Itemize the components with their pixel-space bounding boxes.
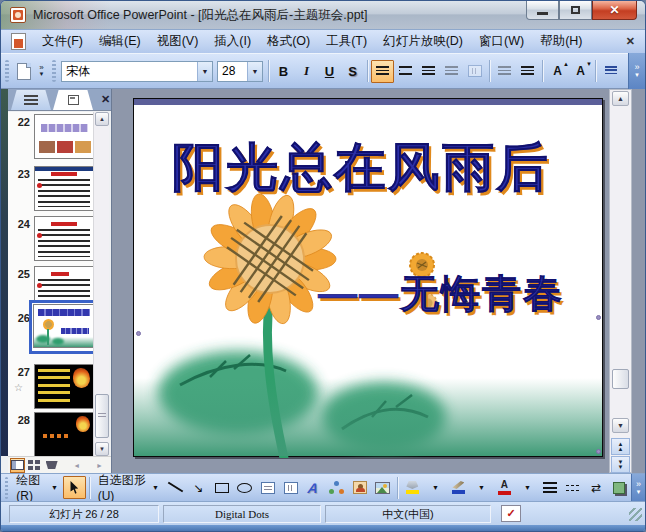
dash-style-button[interactable]	[562, 476, 585, 499]
panel-scrollbar[interactable]: ▲ ▼	[93, 112, 109, 456]
spellcheck-status-icon[interactable]: ✓	[501, 505, 521, 522]
restore-button[interactable]	[559, 1, 592, 20]
font-color-dropdown[interactable]: ▼	[516, 476, 539, 499]
slideshow-view-button[interactable]	[44, 458, 59, 473]
bold-button[interactable]: B	[272, 60, 295, 83]
text-box-button[interactable]	[256, 476, 279, 499]
slide-title-wordart[interactable]: 阳光总在风雨后	[172, 133, 550, 203]
formatting-toolbar-options-button[interactable]: » ▼	[628, 53, 645, 89]
slide-thumbnail-row-selected[interactable]: 26	[8, 304, 93, 360]
slide-thumbnail-row[interactable]: 28	[8, 412, 93, 456]
numbered-list-button[interactable]	[493, 60, 516, 83]
slide-23-thumbnail[interactable]	[34, 166, 93, 211]
toolbar-grip[interactable]	[52, 60, 56, 82]
insert-wordart-button[interactable]: A	[302, 476, 325, 499]
autoshapes-menu-button[interactable]: 自选图形(U) ▼	[93, 476, 164, 499]
close-panel-icon[interactable]: ✕	[101, 93, 110, 106]
close-button[interactable]: ✕	[592, 1, 637, 20]
menu-format[interactable]: 格式(O)	[259, 30, 318, 53]
decrease-indent-button[interactable]	[599, 60, 622, 83]
menu-edit[interactable]: 编辑(E)	[91, 30, 149, 53]
scroll-up-button[interactable]: ▲	[95, 112, 109, 126]
scroll-down-button[interactable]: ▼	[612, 418, 629, 433]
oval-tool-button[interactable]	[233, 476, 256, 499]
menu-tools[interactable]: 工具(T)	[318, 30, 375, 53]
toolbar-grip[interactable]	[5, 477, 8, 499]
scroll-down-button[interactable]: ▼	[95, 442, 109, 456]
distribute-text-button[interactable]	[440, 60, 463, 83]
arrow-style-button[interactable]: ⇄	[585, 476, 608, 499]
menu-file[interactable]: 文件(F)	[34, 30, 91, 53]
bullet-list-button[interactable]	[516, 60, 539, 83]
selection-handle[interactable]	[596, 315, 601, 320]
select-objects-button[interactable]	[63, 476, 86, 499]
main-vertical-scrollbar[interactable]: ▲ ▼ ▲ ▲ ▼ ▼	[609, 89, 632, 473]
font-name-combobox[interactable]: 宋体 ▼	[61, 61, 213, 82]
close-document-icon[interactable]: ✕	[626, 35, 635, 48]
line-color-button[interactable]	[447, 476, 470, 499]
minimize-button[interactable]	[526, 1, 559, 20]
slide-28-thumbnail[interactable]	[34, 412, 93, 456]
scroll-up-button[interactable]: ▲	[612, 91, 629, 106]
vertical-text-box-button[interactable]	[279, 476, 302, 499]
insert-picture-button[interactable]	[371, 476, 394, 499]
align-right-button[interactable]	[417, 60, 440, 83]
slide-thumbnail-row[interactable]: 23	[8, 166, 93, 214]
design-template-name[interactable]: Digital Dots	[163, 505, 321, 523]
line-tool-button[interactable]	[164, 476, 187, 499]
vertical-text-button[interactable]	[463, 60, 486, 83]
slide-27-thumbnail[interactable]	[34, 364, 93, 409]
main-scrollbar-thumb[interactable]	[612, 369, 629, 389]
selection-handle[interactable]	[136, 331, 141, 336]
menu-view[interactable]: 视图(V)	[149, 30, 207, 53]
next-slide-button[interactable]: ▼ ▼	[611, 456, 630, 473]
left-arrow-icon[interactable]: ◄	[73, 462, 80, 469]
slide-thumbnail-row[interactable]: 22	[8, 114, 93, 162]
slide-24-thumbnail[interactable]	[34, 216, 93, 261]
insert-clipart-button[interactable]	[348, 476, 371, 499]
underline-button[interactable]: U	[318, 60, 341, 83]
arrow-tool-button[interactable]: ↘	[187, 476, 210, 499]
decrease-font-size-button[interactable]: A▼	[569, 60, 592, 83]
normal-view-button[interactable]	[10, 458, 25, 473]
size-dropdown-icon[interactable]: ▼	[247, 62, 262, 81]
increase-font-size-button[interactable]: A▲	[546, 60, 569, 83]
panel-horizontal-scrollbar[interactable]: ◄ ►	[65, 462, 111, 469]
selection-handle[interactable]	[596, 449, 601, 454]
toolbar-grip[interactable]	[5, 60, 9, 82]
slide-thumbnail-row[interactable]: 24	[8, 216, 93, 264]
slide-sorter-view-button[interactable]	[27, 458, 42, 473]
menu-insert[interactable]: 插入(I)	[206, 30, 259, 53]
slide-thumbnail-row[interactable]: 27 ☆	[8, 364, 93, 412]
slide-26-thumbnail[interactable]	[33, 304, 93, 348]
slide-22-thumbnail[interactable]	[34, 114, 93, 159]
italic-button[interactable]: I	[295, 60, 318, 83]
menu-slideshow[interactable]: 幻灯片放映(D)	[375, 30, 471, 53]
insert-diagram-button[interactable]	[325, 476, 348, 499]
drawing-toolbar-options-button[interactable]: » ▼	[631, 474, 645, 502]
text-shadow-button[interactable]: S	[341, 60, 364, 83]
line-style-button[interactable]	[539, 476, 562, 499]
line-color-dropdown[interactable]: ▼	[470, 476, 493, 499]
shadow-style-button[interactable]	[608, 476, 631, 499]
resize-grip[interactable]	[629, 508, 642, 521]
standard-toolbar-options-button[interactable]: » ▼	[35, 60, 48, 83]
align-center-button[interactable]	[394, 60, 417, 83]
menu-help[interactable]: 帮助(H)	[532, 30, 590, 53]
previous-slide-button[interactable]: ▲ ▲	[611, 438, 630, 455]
rectangle-tool-button[interactable]	[210, 476, 233, 499]
font-size-combobox[interactable]: 28 ▼	[217, 61, 263, 82]
panel-scrollbar-thumb[interactable]	[95, 394, 109, 438]
align-left-button[interactable]	[371, 60, 394, 83]
tab-outline[interactable]	[11, 90, 51, 110]
slide-subtitle-wordart[interactable]: ——无悔青春	[318, 267, 564, 321]
font-color-button[interactable]: A	[493, 476, 516, 499]
font-dropdown-icon[interactable]: ▼	[197, 62, 212, 81]
tab-slides[interactable]	[53, 90, 93, 110]
new-slide-button[interactable]	[12, 60, 35, 83]
menu-window[interactable]: 窗口(W)	[471, 30, 532, 53]
fill-color-button[interactable]	[401, 476, 424, 499]
draw-menu-button[interactable]: 绘图(R) ▼	[11, 476, 63, 499]
right-arrow-icon[interactable]: ►	[96, 462, 103, 469]
fill-color-dropdown[interactable]: ▼	[424, 476, 447, 499]
